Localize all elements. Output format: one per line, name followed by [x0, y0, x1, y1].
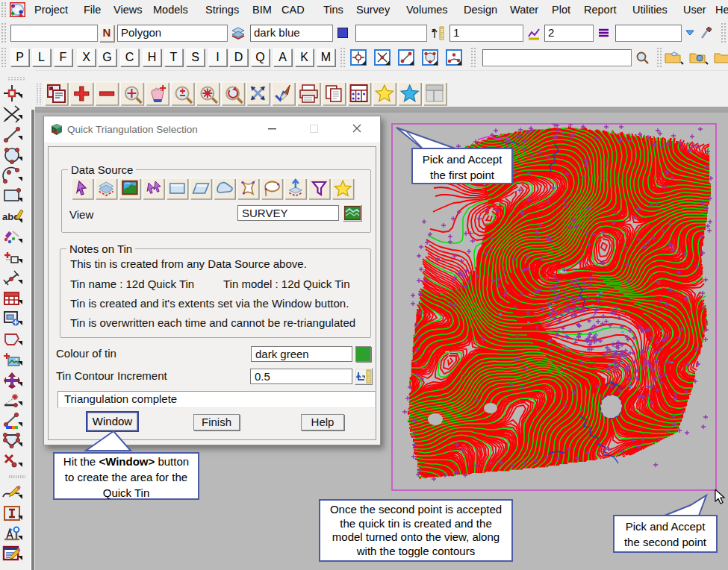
svg-text:z: z	[432, 27, 435, 34]
svg-text:12: 12	[52, 128, 57, 134]
